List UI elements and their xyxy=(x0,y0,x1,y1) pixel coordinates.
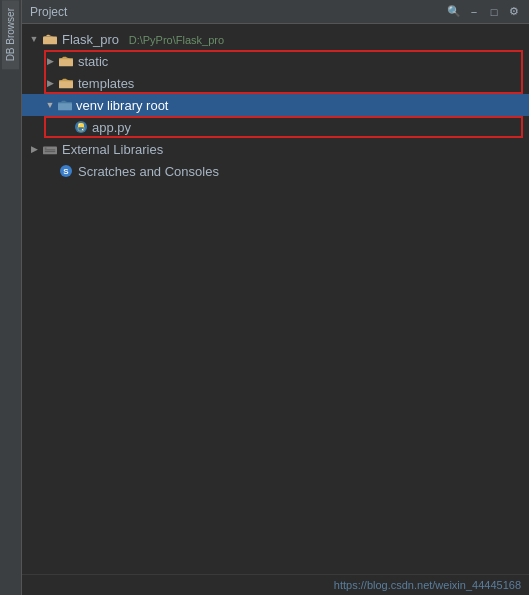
tree-item-venv[interactable]: venv library root xyxy=(22,94,529,116)
file-tree: Flask_pro D:\PyPro\Flask_pro sta xyxy=(22,24,529,574)
tree-items-container: Flask_pro D:\PyPro\Flask_pro sta xyxy=(22,28,529,182)
title-bar-left: Project xyxy=(30,5,67,19)
venv-folder-icon xyxy=(58,98,72,112)
expand-icon[interactable]: □ xyxy=(487,5,501,19)
tree-item-app-py[interactable]: app.py xyxy=(22,116,529,138)
svg-rect-2 xyxy=(59,80,73,88)
external-libs-icon xyxy=(42,141,58,157)
scratches-icon: S xyxy=(58,163,74,179)
search-icon[interactable]: 🔍 xyxy=(447,5,461,19)
chevron-right-icon xyxy=(42,53,58,69)
svg-rect-3 xyxy=(58,102,72,110)
templates-label: templates xyxy=(78,76,134,91)
chevron-down-venv-icon xyxy=(42,97,58,113)
project-label: Project xyxy=(30,5,67,19)
chevron-down-icon xyxy=(26,31,42,47)
root-label: Flask_pro D:\PyPro\Flask_pro xyxy=(62,32,224,47)
svg-point-5 xyxy=(79,124,80,125)
title-bar: Project 🔍 − □ ⚙ xyxy=(22,0,529,24)
folder-icon xyxy=(42,31,58,47)
tree-item-static[interactable]: static xyxy=(22,50,529,72)
svg-text:S: S xyxy=(63,167,69,176)
title-bar-right: 🔍 − □ ⚙ xyxy=(447,5,521,19)
db-browser-tab[interactable]: DB Browser xyxy=(2,0,19,69)
svg-rect-1 xyxy=(59,58,73,66)
tree-root-item[interactable]: Flask_pro D:\PyPro\Flask_pro xyxy=(22,28,529,50)
chevron-right-icon-templates xyxy=(42,75,58,91)
tree-item-templates[interactable]: templates xyxy=(22,72,529,94)
url-text: https://blog.csdn.net/weixin_44445168 xyxy=(334,579,521,591)
python-file-icon xyxy=(74,120,88,134)
app-py-group: app.py xyxy=(22,116,529,138)
chevron-right-external-icon xyxy=(26,141,42,157)
external-libs-label: External Libraries xyxy=(62,142,163,157)
main-panel: Project 🔍 − □ ⚙ Flask_pro xyxy=(22,0,529,595)
svg-point-6 xyxy=(82,129,83,130)
side-tab-bar: DB Browser xyxy=(0,0,22,595)
folder-icon-templates xyxy=(58,75,74,91)
settings-icon[interactable]: ⚙ xyxy=(507,5,521,19)
tree-item-external-libs[interactable]: External Libraries xyxy=(22,138,529,160)
venv-label: venv library root xyxy=(76,98,168,113)
root-path: D:\PyPro\Flask_pro xyxy=(129,34,224,46)
minimize-icon[interactable]: − xyxy=(467,5,481,19)
tree-item-scratches[interactable]: S Scratches and Consoles xyxy=(22,160,529,182)
folder-icon-static xyxy=(58,53,74,69)
scratches-label: Scratches and Consoles xyxy=(78,164,219,179)
app-py-label: app.py xyxy=(92,120,131,135)
svg-rect-0 xyxy=(43,36,57,44)
static-label: static xyxy=(78,54,108,69)
bottom-bar: https://blog.csdn.net/weixin_44445168 xyxy=(22,574,529,595)
static-templates-group: static templates xyxy=(22,50,529,94)
